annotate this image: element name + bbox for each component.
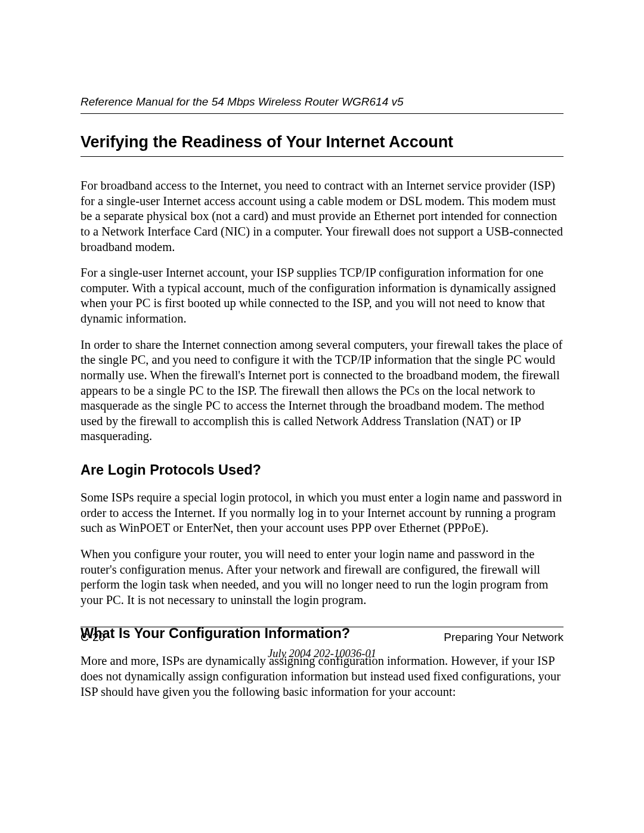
paragraph-2: For a single-user Internet account, your… [80, 265, 564, 327]
page-number: C-20 [80, 631, 105, 644]
paragraph-5: When you configure your router, you will… [80, 547, 564, 608]
sub-heading-1: Are Login Protocols Used? [80, 462, 564, 478]
footer-rule [80, 627, 564, 627]
paragraph-3: In order to share the Internet connectio… [80, 337, 564, 444]
paragraph-6: More and more, ISPs are dynamically assi… [80, 654, 564, 699]
footer-date: July 2004 202-10036-01 [0, 648, 644, 660]
section-title: Preparing Your Network [444, 631, 564, 644]
document-header: Reference Manual for the 54 Mbps Wireles… [80, 95, 564, 114]
footer-line: C-20 Preparing Your Network [80, 631, 564, 644]
paragraph-1: For broadband access to the Internet, yo… [80, 178, 564, 255]
paragraph-4: Some ISPs require a special login protoc… [80, 490, 564, 536]
main-heading: Verifying the Readiness of Your Internet… [80, 133, 564, 157]
